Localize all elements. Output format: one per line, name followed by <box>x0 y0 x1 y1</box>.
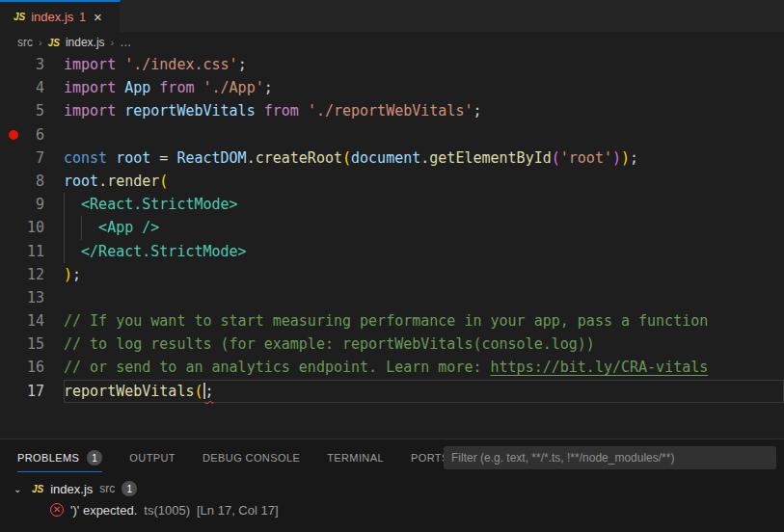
code-line-text <box>64 286 784 309</box>
line-number[interactable]: 5 <box>0 99 64 122</box>
token-pln <box>116 56 124 73</box>
line-number[interactable]: 16 <box>0 356 64 379</box>
line-number[interactable]: 11 <box>0 240 64 263</box>
breadcrumb-symbol-ellipsis[interactable]: … <box>120 36 131 49</box>
panel-tab-label: PROBLEMS <box>17 452 79 464</box>
token-pln: ; <box>72 266 81 283</box>
token-pln: ; <box>630 149 638 167</box>
code-line-text: import reportWebVitals from './reportWeb… <box>64 99 784 122</box>
token-var: document <box>351 149 420 167</box>
token-pln <box>150 79 159 96</box>
token-pln <box>116 102 124 120</box>
token-jsx: </React.StrictMode> <box>64 243 247 260</box>
token-pln: . <box>420 149 429 167</box>
panel-tab-label: DEBUG CONSOLE <box>203 452 300 464</box>
code-line-5[interactable]: 5import reportWebVitals from './reportWe… <box>0 99 784 122</box>
code-line-text: import App from './App'; <box>64 76 784 99</box>
token-jsx: <React.StrictMode> <box>64 196 238 213</box>
token-kwb: const <box>64 149 107 167</box>
line-number[interactable]: 6 <box>0 123 64 146</box>
token-kw: from <box>264 102 299 120</box>
line-number[interactable]: 7 <box>0 146 64 170</box>
token-cmt: // or send to an analytics endpoint. Lea… <box>64 359 491 376</box>
problems-list: ⌄ JS index.js src 1 ✕')' expected.ts(100… <box>0 476 784 520</box>
code-line-text: const root = ReactDOM.createRoot(documen… <box>64 146 784 170</box>
token-b1: ( <box>194 383 203 400</box>
token-str: './App' <box>203 79 264 96</box>
code-line-text: root.render( <box>64 170 784 193</box>
breakpoint-icon[interactable] <box>9 130 18 140</box>
chevron-right-icon: › <box>111 37 115 48</box>
code-line-8[interactable]: 8root.render( <box>0 170 784 193</box>
panel-tab-badge: 1 <box>87 450 102 466</box>
code-line-10[interactable]: 10 <App /> <box>0 216 784 239</box>
problem-rows: ✕')' expected.ts(1005)[Ln 17, Col 17] <box>0 499 784 520</box>
token-pln: . <box>98 173 107 190</box>
line-number[interactable]: 14 <box>0 309 64 332</box>
code-line-11[interactable]: 11 </React.StrictMode> <box>0 240 784 263</box>
close-icon[interactable]: × <box>94 10 102 24</box>
code-line-14[interactable]: 14// If you want to start measuring perf… <box>0 309 784 332</box>
line-number[interactable]: 8 <box>0 170 64 193</box>
line-number[interactable]: 4 <box>0 76 64 99</box>
token-fn: getElementById <box>429 149 551 167</box>
panel-tab-problems[interactable]: PROBLEMS1 <box>17 439 102 476</box>
code-line-6[interactable]: 6 <box>0 123 784 146</box>
problems-file-row[interactable]: ⌄ JS index.js src 1 <box>0 478 784 499</box>
code-line-17[interactable]: 17reportWebVitals(; <box>0 380 784 403</box>
line-number[interactable]: 12 <box>0 263 64 286</box>
code-line-4[interactable]: 4import App from './App'; <box>0 76 784 99</box>
code-line-3[interactable]: 3import './index.css'; <box>0 53 784 76</box>
error-icon: ✕ <box>50 503 64 517</box>
vscode-window: JS index.js 1 × src › JS index.js › … 3i… <box>0 0 784 532</box>
token-b1: ( <box>342 149 351 167</box>
breadcrumb-folder[interactable]: src <box>17 36 33 49</box>
problems-filter-input[interactable] <box>451 451 769 465</box>
panel-tab-debug-console[interactable]: DEBUG CONSOLE <box>203 439 300 476</box>
code-line-12[interactable]: 12); <box>0 263 784 286</box>
line-number[interactable]: 10 <box>0 216 64 239</box>
token-fn: createRoot <box>256 149 342 167</box>
token-sqg: ; <box>205 383 214 400</box>
code-line-text: // or send to an analytics endpoint. Lea… <box>64 356 784 379</box>
token-kw: import <box>64 79 116 96</box>
code-line-text: reportWebVitals(; <box>64 380 784 403</box>
token-fn: render <box>107 173 159 190</box>
token-str: 'root' <box>560 149 612 167</box>
code-line-text: <App /> <box>64 216 784 239</box>
error-message: ')' expected. <box>70 503 137 518</box>
code-line-text: // If you want to start measuring perfor… <box>64 309 784 332</box>
chevron-down-icon[interactable]: ⌄ <box>14 484 25 494</box>
panel-tab-output[interactable]: OUTPUT <box>129 439 176 476</box>
chevron-right-icon: › <box>39 37 42 48</box>
line-number[interactable]: 3 <box>0 53 64 76</box>
code-editor[interactable]: 3import './index.css';4import App from '… <box>0 53 784 439</box>
line-number[interactable]: 9 <box>0 193 64 216</box>
breadcrumb: src › JS index.js › … <box>0 32 784 53</box>
panel-tab-terminal[interactable]: TERMINAL <box>327 439 384 476</box>
code-line-text: // to log results (for example: reportWe… <box>64 332 784 356</box>
breadcrumb-file[interactable]: index.js <box>66 36 105 49</box>
token-pln: . <box>247 149 256 167</box>
code-line-16[interactable]: 16// or send to an analytics endpoint. L… <box>0 356 784 379</box>
code-line-7[interactable]: 7const root = ReactDOM.createRoot(docume… <box>0 146 784 170</box>
problem-error-row[interactable]: ✕')' expected.ts(1005)[Ln 17, Col 17] <box>0 499 784 520</box>
line-number[interactable]: 17 <box>0 380 64 403</box>
token-str: './index.css' <box>124 56 237 73</box>
javascript-file-icon: JS <box>48 38 60 48</box>
token-b2: ( <box>552 149 560 167</box>
tab-index-js[interactable]: JS index.js 1 × <box>0 0 121 32</box>
line-number[interactable]: 13 <box>0 286 64 309</box>
problems-file-path: src <box>99 482 115 495</box>
code-line-text: ); <box>64 263 784 286</box>
token-var: reportWebVitals <box>124 102 255 120</box>
code-line-9[interactable]: 9 <React.StrictMode> <box>0 193 784 216</box>
error-location: [Ln 17, Col 17] <box>197 503 279 518</box>
token-pln <box>107 149 116 167</box>
problems-file-name: index.js <box>50 482 93 496</box>
code-line-13[interactable]: 13 <box>0 286 784 309</box>
token-b1: ) <box>64 266 72 283</box>
token-b2: ) <box>612 149 621 167</box>
code-line-15[interactable]: 15// to log results (for example: report… <box>0 332 784 356</box>
line-number[interactable]: 15 <box>0 332 64 356</box>
